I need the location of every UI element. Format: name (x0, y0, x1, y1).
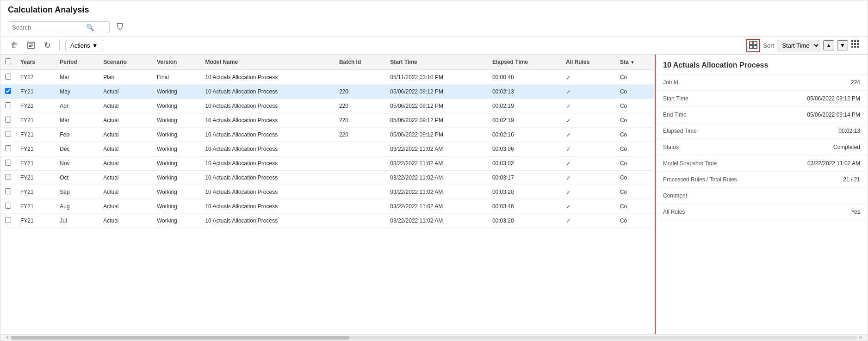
row-checkbox[interactable] (5, 160, 11, 166)
detail-field-label: Comment (663, 192, 687, 199)
detail-field-value: 224 (851, 79, 860, 86)
filter-icon[interactable]: ⛉ (116, 23, 124, 32)
header-area: Calculation Analysis 🔍 ⛉ (0, 0, 868, 37)
cell-all-rules: ✓ (561, 142, 615, 156)
cell-period: Sep (55, 185, 99, 199)
cell-batch-id (335, 171, 385, 185)
svg-rect-15 (854, 46, 856, 48)
cell-version: Working (152, 185, 200, 199)
table-row[interactable]: FY21 May Actual Working 10 Actuals Alloc… (0, 85, 655, 99)
table-row[interactable]: FY17 Mar Plan Final 10 Actuals Allocatio… (0, 70, 655, 85)
actions-button[interactable]: Actions ▼ (65, 40, 103, 51)
cell-status: Co (615, 85, 655, 99)
cell-batch-id (335, 156, 385, 171)
table-row[interactable]: FY21 Apr Actual Working 10 Actuals Alloc… (0, 99, 655, 113)
table-row[interactable]: FY21 Dec Actual Working 10 Actuals Alloc… (0, 142, 655, 156)
svg-rect-3 (29, 46, 31, 47)
cell-checkbox (0, 214, 16, 228)
cell-elapsed: 00:03:20 (488, 214, 561, 228)
row-checkbox[interactable] (5, 102, 11, 108)
detail-field-label: Status (663, 144, 679, 150)
detail-field-row: Start Time 05/06/2022 09:12 PM (656, 91, 868, 107)
row-checkbox[interactable] (5, 203, 11, 209)
cell-batch-id: 220 (335, 99, 385, 113)
cell-all-rules: ✓ (561, 199, 615, 214)
table-row[interactable]: FY21 Jul Actual Working 10 Actuals Alloc… (0, 214, 655, 228)
cell-years: FY21 (16, 199, 55, 214)
detail-field-value: Yes (851, 209, 860, 215)
export-button[interactable] (25, 40, 37, 51)
row-checkbox[interactable] (5, 88, 11, 94)
cell-status: Co (615, 99, 655, 113)
cell-status: Co (615, 171, 655, 185)
scroll-left-button[interactable]: < (4, 335, 11, 340)
page-title: Calculation Analysis (8, 5, 860, 19)
delete-button[interactable]: 🗑 (8, 39, 21, 51)
cell-period: Jul (55, 214, 99, 228)
detail-view-icon[interactable] (746, 39, 760, 52)
scroll-right-button[interactable]: > (857, 335, 864, 340)
row-checkbox[interactable] (5, 117, 11, 123)
cell-elapsed: 00:00:48 (488, 70, 561, 85)
detail-field-row: Elapsed Time 00:02:13 (656, 123, 868, 139)
detail-field-value: 05/06/2022 09:12 PM (807, 95, 860, 102)
svg-rect-16 (857, 46, 859, 48)
row-checkbox[interactable] (5, 217, 11, 223)
cell-checkbox (0, 85, 16, 99)
detail-field-row: Comment (656, 188, 868, 204)
search-icon[interactable]: 🔍 (86, 24, 94, 31)
cell-all-rules: ✓ (561, 128, 615, 142)
svg-rect-9 (854, 40, 856, 42)
sort-descending-button[interactable]: ▼ (837, 40, 848, 50)
cell-model-name: 10 Actuals Allocation Process (200, 156, 335, 171)
cell-years: FY21 (16, 99, 55, 113)
detail-field-value: 21 / 21 (843, 176, 860, 183)
cell-scenario: Actual (99, 142, 152, 156)
table-row[interactable]: FY21 Sep Actual Working 10 Actuals Alloc… (0, 185, 655, 199)
cell-all-rules: ✓ (561, 214, 615, 228)
cell-checkbox (0, 99, 16, 113)
cell-period: Dec (55, 142, 99, 156)
sort-select[interactable]: Start Time (777, 40, 820, 51)
row-checkbox[interactable] (5, 145, 11, 151)
table-row[interactable]: FY21 Aug Actual Working 10 Actuals Alloc… (0, 199, 655, 214)
detail-title: 10 Actuals Allocation Process (656, 55, 868, 74)
svg-rect-4 (750, 41, 753, 44)
row-checkbox[interactable] (5, 188, 11, 194)
grid-layout-icon[interactable] (851, 40, 860, 51)
cell-model-name: 10 Actuals Allocation Process (200, 85, 335, 99)
refresh-button[interactable]: ↻ (41, 38, 54, 52)
svg-rect-7 (754, 45, 757, 49)
table-header-row: Years Period Scenario Version Model Name… (0, 55, 655, 70)
table-area: Years Period Scenario Version Model Name… (0, 55, 655, 334)
table-row[interactable]: FY21 Feb Actual Working 10 Actuals Alloc… (0, 128, 655, 142)
search-input[interactable] (12, 24, 86, 31)
row-checkbox[interactable] (5, 131, 11, 137)
row-checkbox[interactable] (5, 74, 11, 80)
scrollbar-track (11, 336, 857, 340)
detail-field-value: 05/06/2022 09:14 PM (807, 112, 860, 118)
cell-checkbox (0, 171, 16, 185)
cell-scenario: Actual (99, 113, 152, 128)
col-model-name: Model Name (200, 55, 335, 70)
cell-model-name: 10 Actuals Allocation Process (200, 171, 335, 185)
cell-checkbox (0, 70, 16, 85)
sort-ascending-button[interactable]: ▲ (823, 40, 834, 50)
svg-rect-12 (854, 43, 856, 45)
svg-rect-11 (851, 43, 853, 45)
cell-years: FY21 (16, 185, 55, 199)
table-row[interactable]: FY21 Mar Actual Working 10 Actuals Alloc… (0, 113, 655, 128)
cell-status: Co (615, 128, 655, 142)
cell-checkbox (0, 156, 16, 171)
table-row[interactable]: FY21 Oct Actual Working 10 Actuals Alloc… (0, 171, 655, 185)
cell-all-rules: ✓ (561, 185, 615, 199)
svg-rect-14 (851, 46, 853, 48)
detail-field-label: End Time (663, 112, 687, 118)
select-all-checkbox[interactable] (5, 58, 11, 64)
row-checkbox[interactable] (5, 174, 11, 180)
table-row[interactable]: FY21 Nov Actual Working 10 Actuals Alloc… (0, 156, 655, 171)
scrollbar-thumb[interactable] (11, 336, 349, 340)
svg-rect-6 (750, 45, 753, 49)
cell-start-time: 05/06/2022 09:12 PM (385, 113, 488, 128)
cell-checkbox (0, 113, 16, 128)
